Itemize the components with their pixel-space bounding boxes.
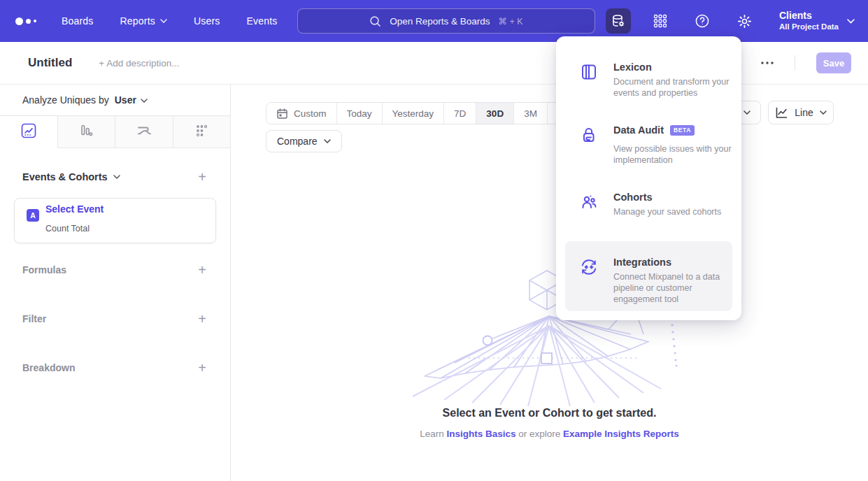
tab-flows-chart[interactable] [115,116,173,148]
settings-icon[interactable] [732,8,757,34]
menu-item-integrations[interactable]: Integrations Connect Mixpanel to a data … [580,257,730,305]
chart-style-dropdown[interactable]: Line [768,101,834,124]
menu-item-lexicon[interactable]: Lexicon Document and transform your even… [580,62,730,99]
data-audit-lock-icon [580,124,599,166]
date-range-3m[interactable]: 3M [513,103,547,124]
search-input[interactable]: Open Reports & Boards ⌘ + K [297,8,595,34]
analyze-by-label: Analyze Uniques by [22,94,109,106]
nav-item-reports[interactable]: Reports [120,15,167,27]
search-icon [369,15,381,27]
chevron-down-icon [324,139,331,143]
events-cohorts-label: Events & Cohorts [22,171,108,182]
nav-right: Clients All Project Data [606,8,854,34]
add-description-field[interactable]: + Add description... [99,58,179,69]
chevron-down-icon [113,175,120,179]
select-event-label[interactable]: Select Event [45,203,104,215]
empty-state-links: Learn Insights Basics or explore Example… [231,429,868,439]
chart-style-label: Line [795,107,813,118]
report-title[interactable]: Untitled [28,56,72,70]
date-range-yesterday[interactable]: Yesterday [382,103,444,124]
more-charts-icon [194,123,209,141]
integrations-sync-icon [580,257,599,305]
save-button[interactable]: Save [816,52,851,73]
menu-item-text: Integrations Connect Mixpanel to a data … [613,257,738,305]
calendar-icon [276,108,288,120]
menu-item-description: Document and transform your events and p… [613,76,738,99]
menu-item-title: Lexicon [613,62,652,73]
date-range-custom[interactable]: Custom [266,103,336,124]
more-options-icon[interactable] [761,62,774,64]
primary-nav: Boards Reports Users Events [62,15,278,27]
top-nav: Boards Reports Users Events Open Reports… [0,0,868,42]
bar-chart-icon [78,123,94,141]
date-range-label: 30D [486,108,504,119]
menu-item-text: Data Audit BETA View possible issues wit… [613,124,738,166]
search-placeholder: Open Reports & Boards [390,16,490,27]
nav-item-users[interactable]: Users [194,15,220,27]
menu-item-description: Connect Mixpanel to a data pipeline or c… [613,271,738,305]
filter-section: Filter + [0,312,230,326]
date-range-label: 7D [454,108,466,119]
analyze-by-value[interactable]: User [115,94,136,106]
insights-report-page: Boards Reports Users Events Open Reports… [0,0,868,481]
add-formula-button[interactable]: + [198,263,206,277]
insights-basics-link[interactable]: Insights Basics [446,429,515,439]
apps-grid-icon[interactable] [648,8,673,34]
chart-type-tabs [0,116,230,148]
date-range-label: Custom [294,108,327,119]
formulas-label: Formulas [22,264,66,275]
project-name: All Project Data [779,22,839,32]
project-names: Clients All Project Data [779,10,839,32]
nav-item-label: Reports [120,15,155,27]
breakdown-label: Breakdown [22,362,75,373]
date-range-label: Today [347,108,372,119]
chevron-down-icon [847,19,854,23]
project-switcher[interactable]: Clients All Project Data [779,10,854,32]
add-event-button[interactable]: + [198,170,206,184]
add-filter-button[interactable]: + [198,312,206,326]
menu-item-data-audit[interactable]: Data Audit BETA View possible issues wit… [580,124,730,166]
report-canvas: Custom Today Yesterday 7D 30D 3M 6M Line… [231,85,868,481]
divider [795,55,795,71]
data-management-menu: Lexicon Document and transform your even… [556,36,741,320]
event-row-card[interactable]: A Select Event Count Total [14,198,216,243]
date-range-today[interactable]: Today [336,103,382,124]
filter-label: Filter [22,313,46,324]
org-name: Clients [779,10,839,22]
events-cohorts-header: Events & Cohorts + [0,170,230,184]
tab-more-charts[interactable] [173,116,231,148]
menu-item-title: Integrations [613,257,671,268]
menu-item-description: Manage your saved cohorts [613,206,738,217]
menu-item-text: Cohorts Manage your saved cohorts [613,192,738,217]
events-cohorts-title[interactable]: Events & Cohorts [22,171,120,182]
nav-item-label: Users [194,15,220,27]
event-letter-badge: A [27,209,39,222]
empty-state-heading: Select an Event or Cohort to get started… [231,407,868,419]
chevron-down-icon [141,99,148,103]
analyze-by-row: Analyze Uniques by User [0,85,230,116]
compare-dropdown[interactable]: Compare [266,130,342,152]
menu-item-title: Data Audit [613,124,664,136]
cohorts-people-icon [580,192,599,217]
data-management-icon[interactable] [606,8,631,34]
menu-item-cohorts[interactable]: Cohorts Manage your saved cohorts [580,192,730,217]
nav-item-boards[interactable]: Boards [62,15,94,27]
mixpanel-logo-icon[interactable] [15,17,36,25]
nav-item-label: Events [247,15,278,27]
date-range-7d[interactable]: 7D [443,103,476,124]
date-range-30d[interactable]: 30D [476,103,513,124]
add-breakdown-button[interactable]: + [198,361,206,375]
date-range-label: 3M [524,108,537,119]
query-builder-sidebar: Analyze Uniques by User [0,85,231,481]
date-range-label: Yesterday [392,108,434,119]
chevron-down-icon [744,110,750,115]
chevron-down-icon [160,19,167,23]
flows-chart-icon [136,123,152,141]
example-reports-link[interactable]: Example Insights Reports [563,429,679,439]
tab-bar-chart[interactable] [58,116,116,148]
tab-line-chart[interactable] [0,116,58,148]
nav-item-events[interactable]: Events [247,15,278,27]
date-range-group: Custom Today Yesterday 7D 30D 3M 6M [266,102,581,124]
count-total-label[interactable]: Count Total [45,224,90,234]
help-icon[interactable] [690,8,715,34]
